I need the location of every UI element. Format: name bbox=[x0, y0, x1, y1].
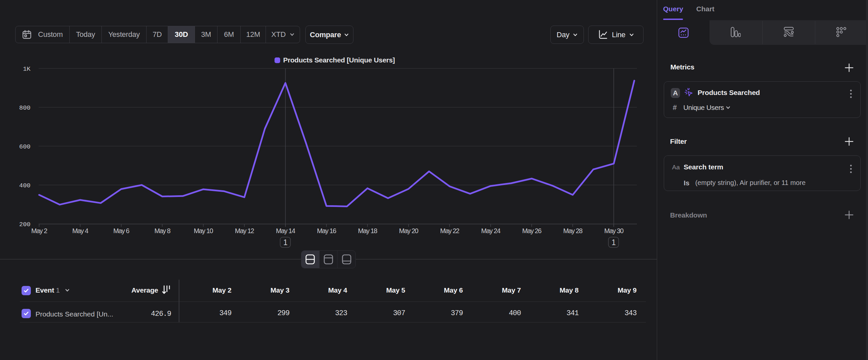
svg-text:May 30: May 30 bbox=[604, 227, 624, 234]
svg-text:May 12: May 12 bbox=[235, 227, 254, 234]
svg-text:May 16: May 16 bbox=[317, 227, 336, 234]
svg-text:May 10: May 10 bbox=[194, 227, 213, 234]
svg-text:May 18: May 18 bbox=[358, 227, 377, 234]
svg-text:May 20: May 20 bbox=[399, 227, 418, 234]
svg-text:May 24: May 24 bbox=[481, 227, 500, 234]
svg-text:May 8: May 8 bbox=[155, 227, 171, 234]
svg-text:600: 600 bbox=[19, 143, 31, 150]
svg-text:400: 400 bbox=[19, 182, 31, 189]
svg-text:May 26: May 26 bbox=[522, 227, 541, 234]
svg-text:800: 800 bbox=[19, 104, 31, 112]
svg-text:May 28: May 28 bbox=[563, 227, 583, 234]
svg-text:May 22: May 22 bbox=[440, 227, 459, 234]
svg-text:May 4: May 4 bbox=[72, 227, 89, 234]
svg-text:May 14: May 14 bbox=[276, 227, 295, 234]
svg-text:1K: 1K bbox=[23, 65, 31, 73]
svg-text:1: 1 bbox=[612, 238, 616, 247]
svg-text:May 2: May 2 bbox=[31, 227, 48, 234]
svg-text:May 6: May 6 bbox=[114, 227, 130, 234]
svg-text:1: 1 bbox=[283, 238, 288, 247]
svg-text:200: 200 bbox=[19, 221, 31, 228]
